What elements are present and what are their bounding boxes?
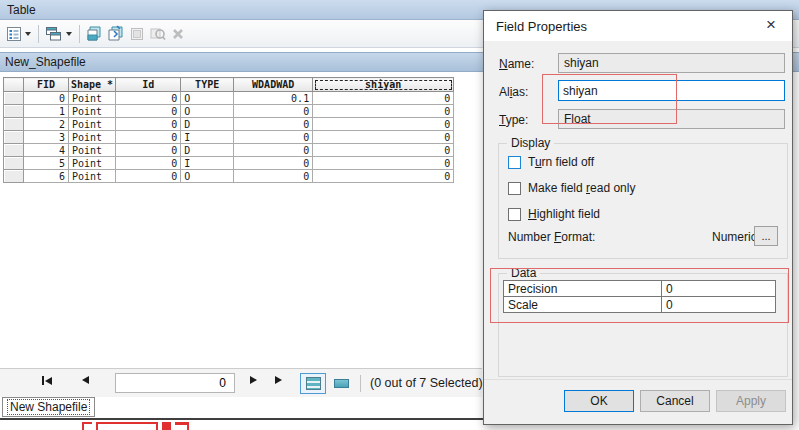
row-selector[interactable]: [4, 170, 24, 183]
window-bottom-edge: [0, 418, 483, 420]
related-tables-button[interactable]: [44, 24, 73, 44]
sheet-tab-new-shapefile[interactable]: New Shapefile: [2, 397, 95, 417]
column-header-selector[interactable]: [4, 78, 24, 92]
first-record-button[interactable]: [42, 376, 52, 385]
cell-fid: 2: [24, 118, 69, 131]
table-row: 5 Point 0 I 0 0: [4, 157, 454, 170]
cell-fid: 3: [24, 131, 69, 144]
clear-selection-icon: [129, 26, 146, 42]
cell-fid: 1: [24, 105, 69, 118]
record-number-input[interactable]: [115, 373, 235, 393]
cell-wdadwad: 0: [234, 118, 313, 131]
delete-selected-button[interactable]: [169, 24, 187, 44]
show-all-records-button[interactable]: [300, 373, 326, 394]
next-record-button[interactable]: [250, 376, 257, 384]
column-header-type[interactable]: TYPE: [181, 78, 234, 92]
attribute-table: FID Shape * Id TYPE WDADWAD shiyan 0 Poi…: [3, 77, 454, 183]
cell-shape: Point: [69, 92, 116, 105]
cell-shape: Point: [69, 105, 116, 118]
switch-selection-icon: [107, 25, 126, 42]
display-group-label: Display: [507, 136, 554, 150]
table-options-icon: [6, 26, 22, 42]
column-header-shiyan[interactable]: shiyan: [313, 78, 454, 92]
table-row: 1 Point 0 O 0 0: [4, 105, 454, 118]
cell-id: 0: [116, 157, 181, 170]
screen: Table: [0, 0, 799, 430]
record-navigation-bar: (0 out of 7 Selected): [0, 368, 482, 397]
nav-separator: [360, 375, 361, 392]
column-header-fid[interactable]: FID: [24, 78, 69, 92]
table-row: 2 Point 0 D 0 0: [4, 118, 454, 131]
toolbar-separator: [79, 25, 80, 43]
related-tables-dropdown-arrow: [66, 32, 72, 36]
cell-shape: Point: [69, 157, 116, 170]
cell-shiyan: 0: [313, 118, 454, 131]
highlight-field-checkbox[interactable]: [508, 208, 521, 221]
number-format-label: Number Format:: [508, 230, 595, 244]
zoom-to-selected-button[interactable]: [148, 24, 168, 44]
cell-id: 0: [116, 170, 181, 183]
show-selected-records-button[interactable]: [328, 373, 354, 394]
make-read-only-checkbox[interactable]: [508, 182, 521, 195]
show-selected-records-icon: [334, 379, 349, 388]
header-row: FID Shape * Id TYPE WDADWAD shiyan: [4, 78, 454, 92]
cell-fid: 6: [24, 170, 69, 183]
cell-wdadwad: 0.1: [234, 92, 313, 105]
cell-wdadwad: 0: [234, 105, 313, 118]
last-record-button[interactable]: [275, 376, 282, 384]
cell-shape: Point: [69, 118, 116, 131]
cell-type: D: [181, 144, 234, 157]
ok-button[interactable]: OK: [564, 390, 634, 412]
show-all-records-icon: [306, 377, 321, 390]
turn-field-off-checkbox[interactable]: [508, 156, 521, 169]
row-selector[interactable]: [4, 105, 24, 118]
cell-id: 0: [116, 105, 181, 118]
row-selector[interactable]: [4, 157, 24, 170]
annotation-rect-alias-type: [542, 74, 677, 124]
dialog-titlebar: Field Properties: [484, 11, 792, 41]
clear-selection-button[interactable]: [128, 24, 147, 44]
cell-wdadwad: 0: [234, 170, 313, 183]
row-selector[interactable]: [4, 131, 24, 144]
apply-button: Apply: [716, 390, 786, 412]
column-header-wdadwad[interactable]: WDADWAD: [234, 78, 313, 92]
related-tables-icon: [45, 26, 63, 42]
select-by-attributes-button[interactable]: [85, 23, 105, 44]
zoom-to-selected-icon: [149, 26, 167, 42]
make-read-only-row: Make field read only: [508, 181, 635, 195]
cell-id: 0: [116, 92, 181, 105]
cell-shiyan: 0: [313, 92, 454, 105]
previous-record-button[interactable]: [82, 376, 89, 384]
cell-shiyan: 0: [313, 105, 454, 118]
cell-id: 0: [116, 118, 181, 131]
switch-selection-button[interactable]: [106, 23, 127, 44]
cell-wdadwad: 0: [234, 144, 313, 157]
button-separator: [484, 379, 792, 380]
column-header-shape[interactable]: Shape *: [69, 78, 116, 92]
cell-type: O: [181, 105, 234, 118]
sheet-title: New_Shapefile: [5, 55, 86, 69]
close-icon[interactable]: ×: [760, 14, 782, 36]
last-record-icon: [275, 376, 282, 384]
row-selector[interactable]: [4, 92, 24, 105]
table-row: 3 Point 0 I 0 0: [4, 131, 454, 144]
window-title: Table: [7, 3, 36, 17]
cell-wdadwad: 0: [234, 131, 313, 144]
row-selector[interactable]: [4, 118, 24, 131]
column-header-id[interactable]: Id: [116, 78, 181, 92]
cell-shape: Point: [69, 170, 116, 183]
cancel-button[interactable]: Cancel: [640, 390, 710, 412]
number-format-ellipsis-button[interactable]: ...: [754, 226, 778, 246]
cell-id: 0: [116, 131, 181, 144]
sheet-tab-label: New Shapefile: [8, 400, 89, 414]
highlight-field-label: Highlight field: [528, 207, 600, 221]
type-label: Type:: [499, 113, 528, 127]
turn-field-off-label: Turn field off: [528, 155, 594, 169]
row-selector[interactable]: [4, 144, 24, 157]
highlight-field-row: Highlight field: [508, 207, 600, 221]
name-label: Name:: [499, 57, 534, 71]
cell-type: O: [181, 92, 234, 105]
turn-field-off-row: Turn field off: [508, 155, 594, 169]
table-options-button[interactable]: [5, 24, 32, 44]
cell-shiyan: 0: [313, 157, 454, 170]
